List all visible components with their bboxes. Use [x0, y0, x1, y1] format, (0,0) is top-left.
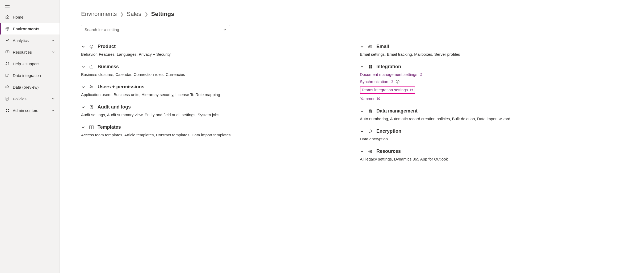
svg-rect-6 — [6, 109, 7, 110]
group-title[interactable]: Business — [98, 64, 119, 70]
group-summary: Auto numbering, Automatic record creatio… — [360, 116, 623, 121]
link-label: Yammer — [360, 96, 375, 101]
svg-rect-20 — [369, 67, 370, 68]
group-title[interactable]: Data management — [376, 108, 418, 114]
analytics-icon — [5, 38, 10, 43]
link-label: Document management settings — [360, 72, 417, 77]
svg-rect-16 — [92, 126, 93, 129]
group-summary: Business closures, Calendar, Connection … — [81, 72, 344, 77]
group-title[interactable]: Email — [376, 44, 389, 49]
sidebar-item-label: Data (preview) — [13, 85, 39, 89]
link-synchronization[interactable]: Synchronization — [360, 79, 623, 84]
policies-icon — [5, 96, 10, 101]
sidebar-item-label: Home — [13, 15, 23, 19]
group-summary: Email settings, Email tracking, Mailboxe… — [360, 52, 623, 57]
sidebar-item-data-integration[interactable]: Data integration — [0, 70, 60, 81]
info-icon[interactable] — [396, 80, 399, 84]
external-link-icon — [377, 97, 380, 100]
home-icon — [5, 14, 10, 20]
sidebar-item-label: Environments — [13, 27, 39, 31]
link-teams-integration-settings[interactable]: Teams integration settings — [361, 88, 413, 92]
svg-point-13 — [92, 86, 93, 87]
hamburger-menu[interactable] — [0, 0, 60, 11]
group-summary: Data encryption — [360, 137, 623, 141]
chevron-down-icon[interactable] — [360, 109, 364, 113]
external-link-icon — [410, 88, 413, 92]
group-title[interactable]: Audit and logs — [98, 104, 131, 110]
group-title[interactable]: Product — [98, 44, 116, 49]
sidebar-item-environments[interactable]: Environments — [0, 23, 60, 34]
chevron-down-icon[interactable] — [360, 150, 364, 153]
group-title[interactable]: Integration — [376, 64, 401, 70]
svg-rect-21 — [371, 67, 372, 68]
sidebar-item-data-preview[interactable]: Data (preview) — [0, 81, 60, 93]
group-resources: Resources All legacy settings, Dynamics … — [360, 149, 623, 161]
sidebar-item-label: Data integration — [13, 73, 41, 78]
chevron-down-icon[interactable] — [360, 129, 364, 133]
sidebar-item-admin-centers[interactable]: Admin centers — [0, 105, 60, 116]
group-title[interactable]: Users + permissions — [98, 84, 145, 90]
svg-point-23 — [369, 110, 372, 111]
sidebar-item-label: Admin centers — [13, 108, 38, 113]
chevron-down-icon — [52, 50, 55, 54]
group-encryption: Encryption Data encryption — [360, 128, 623, 141]
settings-column-left: Product Behavior, Features, Languages, P… — [81, 44, 344, 169]
svg-point-10 — [91, 46, 92, 47]
chevron-down-icon[interactable] — [81, 105, 85, 109]
briefcase-icon — [89, 64, 94, 69]
svg-rect-15 — [90, 126, 91, 129]
breadcrumb-current: Settings — [151, 11, 174, 18]
group-title[interactable]: Resources — [376, 149, 401, 154]
windows-icon — [368, 64, 373, 69]
breadcrumb: Environments ❯ Sales ❯ Settings — [81, 11, 623, 18]
settings-column-right: Email Email settings, Email tracking, Ma… — [360, 44, 623, 169]
group-audit-logs: Audit and logs Audit settings, Audit sum… — [81, 104, 344, 117]
people-icon — [89, 85, 94, 89]
search-input[interactable] — [85, 27, 223, 32]
link-label: Teams integration settings — [361, 88, 408, 92]
clipboard-icon — [89, 105, 94, 110]
chevron-down-icon[interactable] — [81, 125, 85, 129]
group-email: Email Email settings, Email tracking, Ma… — [360, 44, 623, 57]
chevron-right-icon: ❯ — [145, 12, 148, 17]
link-document-management-settings[interactable]: Document management settings — [360, 72, 623, 77]
link-yammer[interactable]: Yammer — [360, 96, 623, 101]
globe-icon — [5, 26, 10, 31]
group-title[interactable]: Templates — [98, 124, 121, 130]
shield-icon — [368, 129, 373, 134]
chevron-down-icon[interactable] — [360, 45, 364, 49]
group-business: Business Business closures, Calendar, Co… — [81, 64, 344, 77]
group-summary: All legacy settings, Dynamics 365 App fo… — [360, 157, 623, 161]
sidebar-item-home[interactable]: Home — [0, 11, 60, 23]
group-summary: Application users, Business units, Hiera… — [81, 92, 344, 97]
gear-icon — [89, 44, 94, 49]
sidebar-item-resources[interactable]: Resources — [0, 46, 60, 58]
chevron-down-icon[interactable] — [81, 85, 85, 89]
svg-rect-1 — [6, 51, 9, 53]
hamburger-icon — [5, 4, 10, 7]
sidebar-item-help-support[interactable]: Help + support — [0, 58, 60, 70]
group-users-permissions: Users + permissions Application users, B… — [81, 84, 344, 97]
svg-rect-7 — [8, 109, 9, 110]
svg-rect-17 — [369, 46, 372, 48]
external-link-icon — [419, 73, 423, 76]
chevron-down-icon[interactable] — [81, 45, 85, 49]
chevron-down-icon[interactable] — [81, 65, 85, 69]
sidebar-item-policies[interactable]: Policies — [0, 93, 60, 105]
chevron-up-icon[interactable] — [360, 65, 364, 69]
headset-icon — [5, 61, 10, 66]
group-templates: Templates Access team templates, Article… — [81, 124, 344, 137]
sidebar-item-label: Resources — [13, 50, 32, 54]
sidebar-item-analytics[interactable]: Analytics — [0, 34, 60, 46]
group-title[interactable]: Encryption — [376, 128, 401, 134]
breadcrumb-root[interactable]: Environments — [81, 11, 117, 18]
breadcrumb-mid[interactable]: Sales — [127, 11, 141, 18]
group-integration: Integration Document management settings… — [360, 64, 623, 101]
search-box[interactable] — [81, 25, 230, 34]
globe-icon — [368, 149, 373, 154]
data-integration-icon — [5, 73, 10, 78]
svg-rect-8 — [6, 111, 7, 112]
database-icon — [368, 109, 373, 114]
svg-rect-4 — [6, 74, 8, 77]
link-label: Synchronization — [360, 79, 388, 84]
